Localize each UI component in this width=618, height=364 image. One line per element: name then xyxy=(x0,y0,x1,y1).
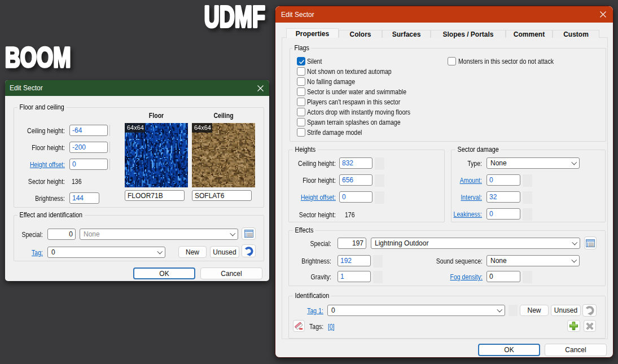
svg-text:BOOM: BOOM xyxy=(5,42,71,73)
svg-text:UDMF: UDMF xyxy=(204,0,265,34)
